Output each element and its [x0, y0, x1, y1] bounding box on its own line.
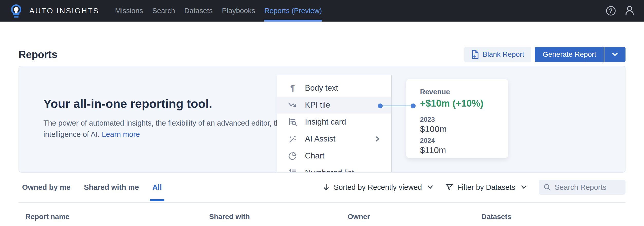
arrow-down-icon [323, 183, 330, 191]
generate-report-split-button: Generate Report [535, 47, 626, 62]
menu-item-label: AI Assist [305, 134, 335, 144]
column-header-datasets: Datasets [481, 213, 511, 221]
brand: AUTO INSIGHTS [9, 0, 99, 22]
blank-report-button[interactable]: Blank Report [464, 47, 531, 62]
kpi-trend-icon [288, 100, 297, 110]
tab-shared-with-me[interactable]: Shared with me [84, 183, 139, 192]
sort-label: Sorted by Recently viewed [334, 183, 422, 192]
menu-item-label: Insight card [305, 117, 346, 127]
report-filter-tabs: Owned by me Shared with me All [22, 183, 162, 192]
menu-item-label: Numbered list [305, 168, 354, 173]
generate-report-label: Generate Report [543, 50, 596, 59]
svg-text:?: ? [609, 7, 613, 14]
menu-item-ai-assist[interactable]: AI Assist [277, 130, 391, 147]
tab-all[interactable]: All [152, 183, 162, 192]
filter-label: Filter by Datasets [457, 183, 515, 192]
nav-item-datasets[interactable]: Datasets [184, 0, 213, 22]
kpi-year-value: $100m [420, 124, 500, 134]
chevron-down-icon [427, 185, 433, 190]
help-icon[interactable]: ? [605, 5, 616, 16]
user-profile-icon[interactable] [624, 5, 635, 16]
chevron-down-icon [611, 52, 619, 57]
kpi-year-value: $110m [420, 145, 500, 155]
sort-dropdown[interactable]: Sorted by Recently viewed [323, 183, 433, 192]
menu-item-numbered-list[interactable]: Numbered list [277, 164, 391, 173]
pilcrow-icon: ¶ [288, 83, 297, 93]
banner-heading: Your all-in-one reporting tool. [43, 97, 290, 111]
connector-dot-right [411, 103, 416, 108]
column-header-shared-with: Shared with [209, 213, 250, 221]
app-title: AUTO INSIGHTS [29, 6, 99, 15]
reports-table-header: Report name Shared with Owner Datasets [18, 203, 626, 226]
chevron-down-icon [521, 185, 527, 190]
tab-owned-by-me[interactable]: Owned by me [22, 183, 71, 192]
promo-banner: Your all-in-one reporting tool. The powe… [18, 66, 626, 173]
numbered-list-icon [288, 168, 297, 173]
menu-item-chart[interactable]: Chart [277, 147, 391, 164]
generate-report-dropdown-button[interactable] [604, 47, 626, 62]
lightbulb-logo-icon [9, 3, 23, 18]
menu-item-kpi-tile[interactable]: KPI tile [277, 97, 391, 114]
nav-item-reports-preview[interactable]: Reports (Preview) [264, 0, 322, 22]
kpi-title: Revenue [420, 88, 500, 96]
connector-line [380, 106, 413, 106]
menu-item-insight-card[interactable]: Insight card [277, 114, 391, 130]
file-plus-icon [471, 50, 479, 59]
primary-nav: Missions Search Datasets Playbooks Repor… [115, 0, 322, 22]
nav-item-missions[interactable]: Missions [115, 0, 143, 22]
chevron-right-icon [374, 135, 380, 143]
kpi-year-label: 2023 [420, 116, 500, 124]
generate-report-button[interactable]: Generate Report [535, 47, 604, 62]
filter-by-datasets-dropdown[interactable]: Filter by Datasets [445, 183, 527, 192]
kpi-year-label: 2024 [420, 137, 500, 145]
kpi-delta: +$10m (+10%) [420, 98, 500, 109]
connector-dot-left [378, 103, 383, 108]
funnel-icon [445, 183, 453, 191]
nav-item-search[interactable]: Search [152, 0, 175, 22]
page-title: Reports [18, 49, 57, 60]
nav-item-playbooks[interactable]: Playbooks [222, 0, 255, 22]
column-header-report-name: Report name [25, 213, 69, 221]
blank-report-label: Blank Report [483, 50, 524, 59]
menu-item-label: Body text [305, 83, 338, 93]
insight-card-icon [288, 117, 297, 127]
pie-chart-icon [288, 151, 297, 161]
banner-body: The power of automated insights, the fle… [43, 117, 290, 140]
search-icon [543, 183, 551, 191]
menu-item-body-text[interactable]: ¶ Body text [277, 80, 391, 97]
ai-wand-icon [288, 134, 297, 144]
top-nav: AUTO INSIGHTS Missions Search Datasets P… [0, 0, 644, 22]
menu-item-label: Chart [305, 151, 324, 161]
search-reports-input[interactable] [555, 183, 644, 192]
insert-menu-panel: ¶ Body text KPI tile [277, 75, 392, 173]
banner-body-text: The power of automated insights, the fle… [43, 119, 284, 138]
learn-more-link[interactable]: Learn more [102, 130, 140, 138]
column-header-owner: Owner [348, 213, 370, 221]
kpi-example-card: Revenue +$10m (+10%) 2023 $100m 2024 $11… [406, 79, 508, 158]
search-box [539, 180, 626, 195]
menu-item-label: KPI tile [305, 100, 330, 110]
